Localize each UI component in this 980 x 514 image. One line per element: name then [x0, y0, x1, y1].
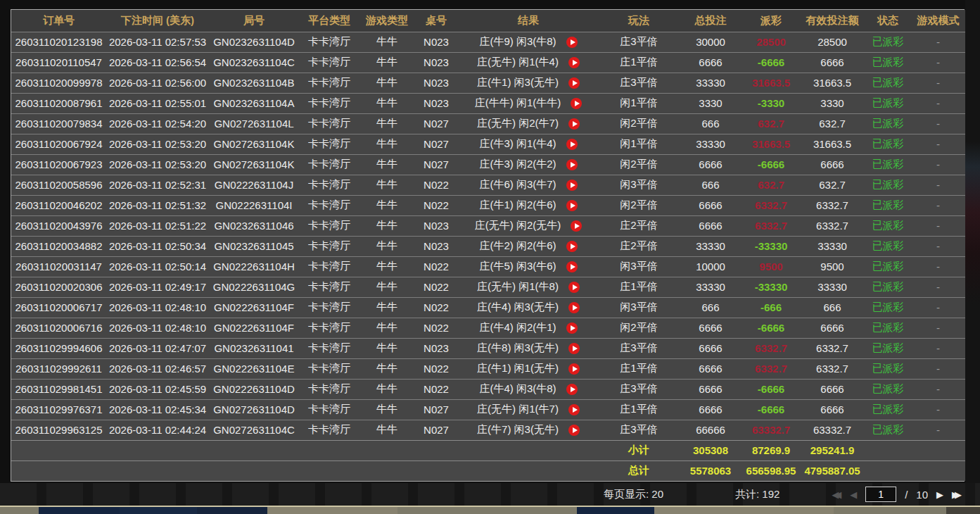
- play-replay-icon[interactable]: [571, 98, 582, 109]
- last-page-button[interactable]: ▶▶: [952, 489, 962, 500]
- first-page-button[interactable]: ◀◀: [832, 489, 841, 500]
- cell-play-method: 庄1平倍: [599, 277, 679, 297]
- cell-round-id: GN02326311046: [209, 215, 299, 236]
- cell-valid-bet: 33330: [800, 277, 865, 297]
- cell-round-id: GN0222631104F: [209, 297, 299, 318]
- page-number-input[interactable]: [865, 487, 896, 502]
- grand-total-spacer: [11, 460, 599, 481]
- cell-table-no: N022: [414, 379, 458, 399]
- play-replay-icon[interactable]: [568, 343, 580, 354]
- cell-round-id: GN0232631104A: [209, 93, 299, 113]
- play-replay-icon[interactable]: [568, 57, 580, 68]
- play-replay-icon[interactable]: [566, 241, 578, 252]
- cell-game-mode: -: [911, 358, 965, 379]
- play-replay-icon[interactable]: [566, 322, 578, 334]
- play-replay-icon[interactable]: [568, 302, 580, 313]
- cell-play-method: 庄3平倍: [599, 338, 679, 358]
- cell-table-no: N023: [414, 32, 458, 52]
- table-row: 2603110200203062026-03-11 02:49:17GN0222…: [11, 277, 965, 297]
- play-replay-icon[interactable]: [566, 139, 578, 150]
- play-replay-icon[interactable]: [568, 77, 580, 89]
- column-header-round-id: 局号: [209, 10, 299, 32]
- cell-payout: 6332.7: [742, 195, 800, 215]
- cell-valid-bet: 6332.7: [800, 195, 865, 215]
- play-replay-icon[interactable]: [568, 404, 580, 415]
- cell-game-mode: -: [911, 236, 965, 256]
- cell-status: 已派彩: [865, 175, 911, 195]
- table-row: 2603110299763712026-03-11 02:45:34GN0272…: [11, 399, 965, 420]
- play-replay-icon[interactable]: [568, 425, 580, 436]
- cell-game-mode: -: [911, 175, 965, 195]
- per-page-label: 每页显示: 20: [604, 488, 663, 501]
- table-row: 2603110200585962026-03-11 02:52:31GN0222…: [11, 175, 965, 195]
- cell-round-id: GN0272631104K: [209, 154, 299, 175]
- next-page-button[interactable]: ▶: [936, 489, 943, 500]
- cell-round-id: GN0222631104F: [209, 318, 299, 338]
- cell-table-no: N023: [414, 215, 458, 236]
- prev-page-button[interactable]: ◀: [850, 489, 857, 500]
- cell-table-no: N027: [414, 154, 458, 175]
- cell-game-mode: -: [911, 113, 965, 134]
- cell-bet-time: 2026-03-11 02:50:14: [106, 256, 209, 277]
- cell-payout: 31663.5: [742, 134, 800, 154]
- play-replay-icon[interactable]: [568, 118, 580, 130]
- cell-bet-time: 2026-03-11 02:49:17: [106, 277, 209, 297]
- subtotal-payout: 87269.9: [742, 440, 800, 460]
- table-row: 2603110200462022026-03-11 02:51:32GN0222…: [11, 195, 965, 215]
- cell-order-id: 260311029992611: [11, 358, 106, 379]
- cell-result: 庄(牛1) 闲1(无牛): [458, 358, 599, 379]
- cell-round-id: GN0232631104B: [209, 73, 299, 93]
- cell-table-no: N023: [414, 52, 458, 73]
- cell-payout: -6666: [742, 52, 800, 73]
- cell-table-no: N023: [414, 338, 458, 358]
- bet-records-panel: 订单号下注时间 (美东)局号平台类型游戏类型桌号结果玩法总投注派彩有效投注额状态…: [11, 9, 965, 482]
- cell-round-id: GN0222631104I: [209, 195, 299, 215]
- cell-round-id: GN0222631104D: [209, 379, 299, 399]
- play-replay-icon[interactable]: [566, 180, 578, 191]
- cell-order-id: 260311020079834: [11, 113, 106, 134]
- pagination-bar: 每页显示: 20 共计: 192 ◀◀ ◀ / 10 ▶ ▶▶: [0, 483, 980, 506]
- total-pages-label: 10: [916, 489, 928, 501]
- table-row: 2603110200348822026-03-11 02:50:34GN0232…: [11, 236, 965, 256]
- column-header-table-no: 桌号: [414, 10, 458, 32]
- cell-payout: -33330: [742, 277, 800, 297]
- result-text: 庄(牛9) 闲3(牛8): [479, 35, 556, 49]
- cell-order-id: 260311029981451: [11, 379, 106, 399]
- play-replay-icon[interactable]: [571, 220, 582, 232]
- cell-platform-type: 卡卡湾厅: [299, 256, 359, 277]
- cell-status: 已派彩: [865, 318, 911, 338]
- cell-game-type: 牛牛: [359, 379, 414, 399]
- result-text: 庄(牛牛) 闲1(牛牛): [475, 96, 561, 110]
- play-replay-icon[interactable]: [566, 37, 578, 48]
- result-text: 庄(无牛) 闲2(牛7): [477, 117, 559, 130]
- cell-order-id: 260311029963125: [11, 420, 106, 440]
- background-right-edge: [965, 0, 980, 506]
- play-replay-icon[interactable]: [566, 384, 578, 395]
- cell-play-method: 庄3平倍: [599, 32, 679, 52]
- play-replay-icon[interactable]: [566, 200, 578, 211]
- cell-order-id: 260311020058596: [11, 175, 106, 195]
- cell-total-bet: 66666: [679, 420, 742, 440]
- cell-result: 庄(牛5) 闲3(牛6): [458, 256, 599, 277]
- cell-total-bet: 6666: [679, 195, 742, 215]
- cell-status: 已派彩: [865, 379, 911, 399]
- cell-game-type: 牛牛: [359, 32, 414, 52]
- cell-status: 已派彩: [865, 154, 911, 175]
- cell-game-mode: -: [911, 318, 965, 338]
- play-replay-icon[interactable]: [568, 363, 580, 375]
- result-text: 庄(牛6) 闲3(牛7): [479, 178, 556, 192]
- cell-game-mode: -: [911, 256, 965, 277]
- cell-bet-time: 2026-03-11 02:55:01: [106, 93, 209, 113]
- cell-order-id: 260311020067924: [11, 134, 106, 154]
- cell-game-type: 牛牛: [359, 338, 414, 358]
- cell-total-bet: 6666: [679, 379, 742, 399]
- cell-bet-time: 2026-03-11 02:56:00: [106, 73, 209, 93]
- play-replay-icon[interactable]: [566, 261, 578, 272]
- cell-platform-type: 卡卡湾厅: [299, 215, 359, 236]
- play-replay-icon[interactable]: [566, 159, 578, 170]
- cell-round-id: GN0222631104E: [209, 358, 299, 379]
- play-replay-icon[interactable]: [568, 282, 580, 293]
- cell-game-mode: -: [911, 195, 965, 215]
- background-lobby-strip: [0, 506, 980, 514]
- cell-bet-time: 2026-03-11 02:50:34: [106, 236, 209, 256]
